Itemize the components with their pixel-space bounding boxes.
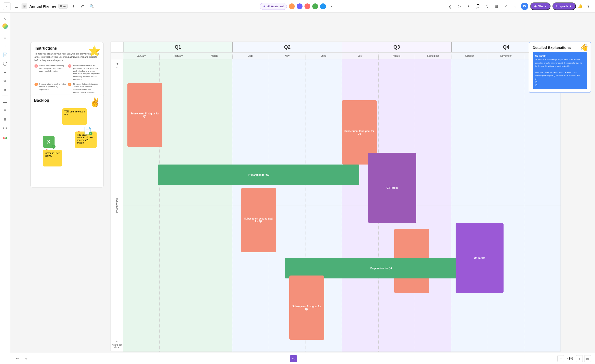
pdf-check-badge: ✓ <box>89 132 92 135</box>
sidebar-tool-grid[interactable]: ⊞ <box>1 33 9 41</box>
bottom-center: ↖ <box>290 355 297 362</box>
item-q3-target[interactable]: Q3 Target <box>368 153 416 223</box>
sidebar-color-picker[interactable] <box>2 23 8 29</box>
upgrade-label: Upgrade ✦ <box>556 4 572 8</box>
detail-box-title: Q3 Target <box>535 55 585 57</box>
collab-avatar-2 <box>296 3 303 10</box>
sticky-note-3[interactable]: Increase user activity <box>43 150 62 166</box>
h-divider <box>123 206 561 206</box>
ai-assistant-button[interactable]: ✦ AI Assistant <box>260 3 287 10</box>
sidebar-tool-list1[interactable]: ≡ <box>1 107 9 114</box>
sidebar-tool-highlight[interactable]: ▬ <box>1 98 9 106</box>
sidebar-divider-3 <box>2 134 8 134</box>
zoom-out-button[interactable]: − <box>557 355 564 362</box>
sticky-text-1: 70% user retention rate <box>64 110 85 116</box>
grid-view-button[interactable]: ⊞ <box>584 355 591 362</box>
backlog-box: Backlog ✌️ 📌 70% user retention rate 📌 T… <box>30 95 104 188</box>
back-button[interactable]: ‹ <box>3 2 11 10</box>
sidebar-tool-cursor[interactable]: ↖ <box>1 15 9 22</box>
instr-num-4: 4 <box>68 64 71 68</box>
play-button[interactable]: ▷ <box>456 3 463 10</box>
flag-button[interactable]: ⚐ <box>502 3 510 10</box>
bottom-right: − 43% + ⊞ <box>557 355 591 362</box>
star-button[interactable]: ✦ <box>465 3 472 10</box>
q2-header: Q2 <box>232 42 342 52</box>
month-sep: September <box>415 53 451 59</box>
zoom-level: 43% <box>566 357 574 360</box>
month-nov: November <box>488 53 524 59</box>
main-layout: ↖ ⊞ T 📄 ◯ ✒ ✏ ⊗ ▬ ≡ ⊟ ••• ⊕ ⭐ Instructio… <box>0 13 595 364</box>
item-subsequent-second-q2[interactable]: Subsequent second goal for Q2 <box>241 188 276 252</box>
chevron-down-button[interactable]: ⌄ <box>512 3 519 10</box>
menu-icon[interactable]: ☰ <box>13 3 20 10</box>
month-mar: March <box>196 53 232 59</box>
bottom-left: ↩ ↪ <box>14 355 29 362</box>
select-tool-button[interactable]: ↖ <box>290 355 297 362</box>
instructions-star: ⭐ <box>88 45 101 57</box>
q1-header: Q1 <box>123 42 232 52</box>
toolbar-right: ❮ ▷ ✦ 💬 ⏱ ▦ ⚐ ⌄ W ⊕ Share Upgrade ✦ 🔔 ? <box>447 2 592 10</box>
detail-blue-box: Q3 Target To be able to reach target of … <box>533 52 587 89</box>
user-avatar[interactable]: W <box>521 3 528 10</box>
toolbar-left: ‹ ☰ Annual Planner Free ⬇ 🏷 🔍 <box>3 2 96 10</box>
sidebar-tool-list2[interactable]: ⊟ <box>1 115 9 123</box>
month-apr: April <box>232 53 269 59</box>
item-subsequent-first-q2[interactable]: Subsequent first goal for Q2 <box>289 276 324 340</box>
sidebar-tool-pen[interactable]: ✒ <box>1 68 9 76</box>
tag-button[interactable]: 🏷 <box>79 3 86 10</box>
upgrade-button[interactable]: Upgrade ✦ <box>552 2 576 10</box>
clock-button[interactable]: ⏱ <box>484 3 491 10</box>
sidebar-tool-sticky[interactable]: 📄 <box>1 51 9 58</box>
sidebar-tool-dots[interactable]: ••• <box>1 124 9 132</box>
sidebar-color-dots <box>3 137 7 139</box>
item-label-preparation-q4: Preparation for Q4 <box>370 267 392 270</box>
item-label-q4-target: Q4 Target <box>474 257 485 259</box>
item-label-subsequent-third-q3: Subsequent third goal for Q3 <box>343 130 375 135</box>
grid-button[interactable]: ▦ <box>493 3 500 10</box>
item-subsequent-first-q1[interactable]: Subsequent first goal for Q1 <box>127 83 162 147</box>
grid-area: Subsequent first goal for Q1 Preparation… <box>123 59 561 352</box>
collab-avatar-5 <box>320 3 326 10</box>
instr-text-1: Gather and create a backlog from this ye… <box>39 64 66 81</box>
month-jun: June <box>305 53 342 59</box>
month-feb: February <box>159 53 196 59</box>
sticky-note-1[interactable]: 70% user retention rate <box>62 108 87 125</box>
collapse-button[interactable]: ‹ <box>328 3 335 10</box>
y-axis-high: high ↑ <box>115 62 119 70</box>
nav-left-button[interactable]: ❮ <box>447 3 454 10</box>
bell-icon[interactable]: 🔔 <box>578 4 583 9</box>
item-label-subsequent-first-q2: Subsequent first goal for Q2 <box>291 305 323 310</box>
sidebar-tool-shapes[interactable]: ◯ <box>1 59 9 67</box>
month-may: May <box>269 53 305 59</box>
item-q4-target[interactable]: Q4 Target <box>456 223 504 293</box>
svg-point-1 <box>24 6 25 7</box>
search-button[interactable]: 🔍 <box>88 3 96 10</box>
toolbar: ‹ ☰ Annual Planner Free ⬇ 🏷 🔍 ✦ AI Assis… <box>0 0 595 13</box>
color-dot-green <box>5 137 7 139</box>
instr-item-5: 5 If it helps, define sub tasks or link … <box>68 83 100 94</box>
sidebar-divider-1 <box>2 31 8 31</box>
share-button[interactable]: ⊕ Share <box>530 2 550 10</box>
excel-icon-wrap: X ✓ <box>43 136 55 148</box>
sidebar-tool-text[interactable]: T <box>1 42 9 50</box>
sidebar-tool-erase[interactable]: ⊗ <box>1 86 9 94</box>
instr-text-4: Allocate these tasks to the quarters of … <box>73 64 100 81</box>
item-preparation-q3[interactable]: Preparation for Q3 <box>158 165 359 185</box>
detail-panel: Detailed Explanations 👋 Q3 Target To be … <box>529 42 591 93</box>
q1-label: Q1 <box>175 44 181 50</box>
help-icon[interactable]: ? <box>585 3 592 10</box>
sidebar-tool-draw[interactable]: ✏ <box>1 77 9 85</box>
download-button[interactable]: ⬇ <box>70 3 77 10</box>
app-title: Annual Planner <box>29 4 56 8</box>
zoom-in-button[interactable]: + <box>576 355 583 362</box>
item-label-preparation-q3: Preparation for Q3 <box>248 174 269 176</box>
redo-button[interactable]: ↪ <box>22 355 29 362</box>
chat-button[interactable]: 💬 <box>474 3 482 10</box>
month-aug: August <box>378 53 415 59</box>
collab-avatar-1 <box>288 3 295 10</box>
bottom-bar: ↩ ↪ ↖ − 43% + ⊞ <box>10 353 595 364</box>
instr-num-1: 1 <box>34 64 38 68</box>
pdf-icon-wrap: 📄 ✓ <box>83 127 92 135</box>
q4-label: Q4 <box>503 44 509 50</box>
undo-button[interactable]: ↩ <box>14 355 21 362</box>
